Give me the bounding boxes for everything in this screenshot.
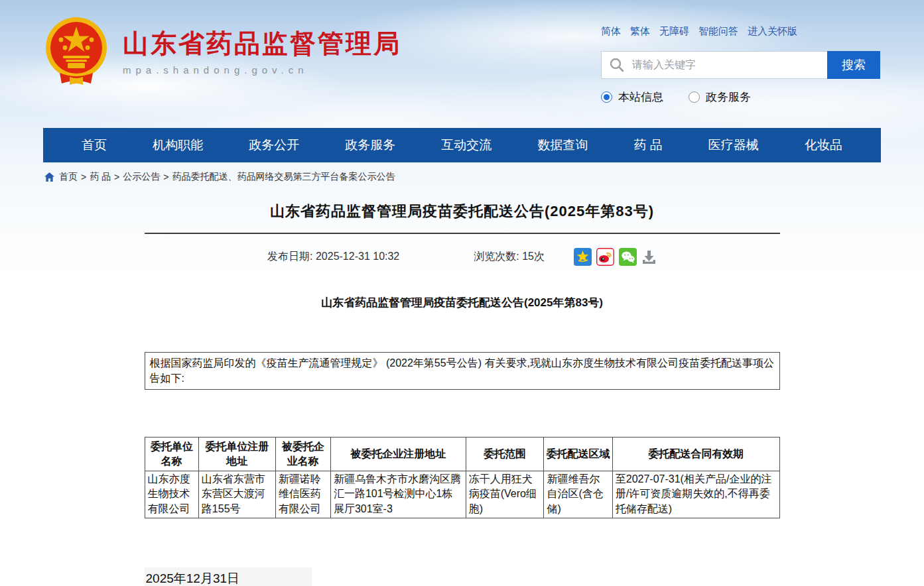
link-traditional[interactable]: 繁体: [630, 25, 650, 38]
col-region: 委托配送区域: [544, 438, 612, 471]
radio-site-info-label: 本站信息: [618, 89, 663, 105]
radio-checked-icon: [601, 91, 612, 103]
delegation-table: 委托单位名称 委托单位注册地址 被委托企业名称 被委托企业注册地址 委托范围 委…: [145, 437, 780, 518]
col-scope: 委托范围: [466, 438, 544, 471]
cell-contract-validity: 至2027-07-31(相关产品/企业的注册/许可资质逾期失效的,不得再委托储存…: [612, 471, 779, 518]
radio-unchecked-icon: [689, 91, 700, 103]
nav-gov-disclosure[interactable]: 政务公开: [249, 137, 299, 154]
search-icon: [609, 57, 625, 73]
top-utility-links: 简体 繁体 无障碍 智能问答 进入关怀版: [601, 25, 880, 38]
site-header: 山东省药品监督管理局 mpa.shandong.gov.cn 简体 繁体 无障碍…: [43, 0, 881, 128]
cell-entrusted-company: 新疆诺聆维信医药有限公司: [275, 471, 330, 518]
intro-paragraph: 根据国家药监局印发的《疫苗生产流通管理规定》 (2022年第55号公告) 有关要…: [145, 352, 780, 390]
search-button[interactable]: 搜索: [827, 51, 880, 79]
cell-region: 新疆维吾尔自治区(含仓储): [544, 471, 612, 518]
col-entrusting-address: 委托单位注册地址: [198, 438, 275, 471]
breadcrumb-current[interactable]: 药品委托配送、药品网络交易第三方平台备案公示公告: [172, 171, 395, 183]
search-scope-radios: 本站信息 政务服务: [601, 89, 880, 105]
view-count-value: 15次: [522, 251, 545, 262]
col-entrusted-company: 被委托企业名称: [275, 438, 330, 471]
link-care-version[interactable]: 进入关怀版: [748, 25, 797, 38]
site-url: mpa.shandong.gov.cn: [123, 64, 401, 76]
breadcrumb-home[interactable]: 首页: [59, 171, 78, 183]
article-meta: 发布日期: 2025-12-31 10:32 浏览次数: 15次: [145, 248, 780, 266]
home-icon: [44, 172, 54, 182]
breadcrumb-drugs[interactable]: 药 品: [90, 171, 111, 183]
download-icon[interactable]: [641, 249, 657, 265]
publish-date-value: 2025-12-31 10:32: [316, 251, 399, 262]
site-title: 山东省药品监督管理局: [123, 29, 401, 59]
radio-gov-service[interactable]: 政务服务: [689, 89, 751, 105]
table-row: 山东亦度生物技术有限公司 山东省东营市东营区大渡河路155号 新疆诺聆维信医药有…: [145, 471, 779, 518]
nav-interaction[interactable]: 互动交流: [441, 137, 492, 154]
wechat-icon[interactable]: [619, 248, 637, 266]
nav-data-query[interactable]: 数据查询: [537, 137, 588, 154]
publish-date-label: 发布日期:: [267, 251, 312, 262]
view-count-label: 浏览次数:: [474, 251, 519, 262]
nav-gov-services[interactable]: 政务服务: [345, 137, 395, 154]
nav-functions[interactable]: 机构职能: [153, 137, 203, 154]
nav-drugs[interactable]: 药 品: [633, 137, 662, 154]
page-container: 山东省药品监督管理局 mpa.shandong.gov.cn 简体 繁体 无障碍…: [43, 0, 881, 586]
breadcrumb-separator: >: [114, 172, 119, 182]
link-accessibility[interactable]: 无障碍: [659, 25, 689, 38]
breadcrumb-separator: >: [163, 172, 168, 182]
radio-site-info[interactable]: 本站信息: [601, 89, 663, 105]
cell-entrusting-address: 山东省东营市东营区大渡河路155号: [198, 471, 275, 518]
main-nav: 首页 机构职能 政务公开 政务服务 互动交流 数据查询 药 品 医疗器械 化妆品: [43, 128, 881, 162]
cell-entrusting-unit: 山东亦度生物技术有限公司: [145, 471, 198, 518]
breadcrumb-notices[interactable]: 公示公告: [123, 171, 160, 183]
nav-medical-devices[interactable]: 医疗器械: [708, 137, 759, 154]
share-toolbar: [574, 248, 657, 266]
page-title: 山东省药品监督管理局疫苗委托配送公告(2025年第83号): [145, 202, 780, 221]
search-input[interactable]: [601, 51, 827, 79]
article: 山东省药品监督管理局疫苗委托配送公告(2025年第83号) 发布日期: 2025…: [145, 202, 780, 586]
link-simplified[interactable]: 简体: [601, 25, 621, 38]
cell-scope: 冻干人用狂犬病疫苗(Vero细胞): [466, 471, 544, 518]
radio-gov-service-label: 政务服务: [706, 89, 751, 105]
col-entrusting-unit: 委托单位名称: [145, 438, 198, 471]
table-header-row: 委托单位名称 委托单位注册地址 被委托企业名称 被委托企业注册地址 委托范围 委…: [145, 438, 779, 471]
breadcrumb-separator: >: [81, 172, 86, 182]
cell-entrusted-address: 新疆乌鲁木齐市水磨沟区腾汇一路101号检测中心1栋展厅301室-3: [330, 471, 466, 518]
article-subtitle: 山东省药品监督管理局疫苗委托配送公告(2025年第83号): [145, 295, 780, 310]
header-tools: 简体 繁体 无障碍 智能问答 进入关怀版 搜索 本站信息: [601, 25, 880, 105]
publish-date: 发布日期: 2025-12-31 10:32: [267, 250, 399, 264]
link-smart-qa[interactable]: 智能问答: [698, 25, 738, 38]
qzone-icon[interactable]: [574, 248, 592, 266]
col-contract-validity: 委托配送合同有效期: [612, 438, 779, 471]
title-divider: [145, 233, 780, 234]
weibo-icon[interactable]: [596, 248, 614, 266]
site-identity: 山东省药品监督管理局 mpa.shandong.gov.cn: [123, 29, 401, 76]
breadcrumb: 首页 > 药 品 > 公示公告 > 药品委托配送、药品网络交易第三方平台备案公示…: [43, 162, 881, 187]
nav-home[interactable]: 首页: [82, 137, 107, 154]
col-entrusted-address: 被委托企业注册地址: [330, 438, 466, 471]
national-emblem-icon: [43, 16, 109, 89]
search-bar: 搜索: [601, 51, 880, 79]
document-date: 2025年12月31日: [145, 567, 780, 586]
nav-cosmetics[interactable]: 化妆品: [805, 137, 842, 154]
view-count: 浏览次数: 15次: [474, 250, 545, 264]
